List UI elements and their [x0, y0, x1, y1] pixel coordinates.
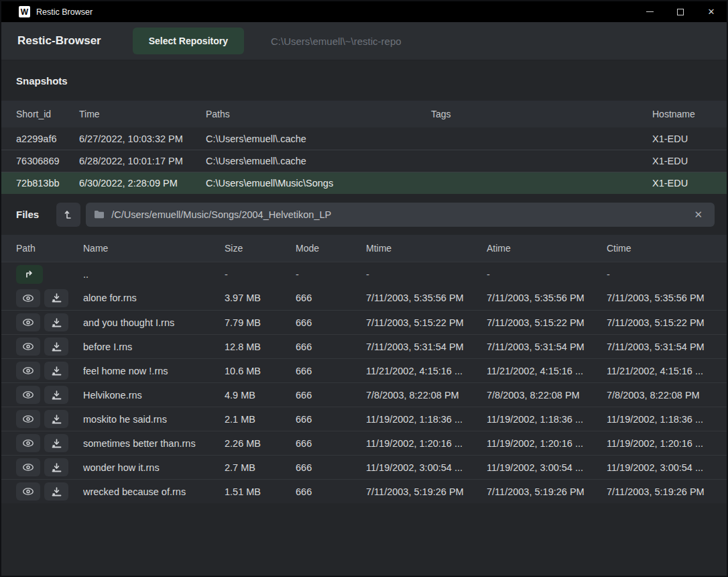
- snapshot-short-id: a2299af6: [16, 134, 79, 144]
- minimize-icon: [646, 11, 654, 12]
- view-file-button[interactable]: [16, 337, 40, 356]
- snapshot-row[interactable]: 76306869 6/28/2022, 10:01:17 PM C:\Users…: [1, 150, 727, 172]
- file-row: and you thought I.rns 7.79 MB 666 7/11/2…: [1, 310, 727, 334]
- download-file-button[interactable]: [44, 289, 68, 307]
- file-ctime: 7/11/2003, 5:19:26 PM: [607, 486, 715, 497]
- snapshot-hostname: X1-EDU: [652, 134, 715, 144]
- select-repository-button[interactable]: Select Repository: [133, 28, 244, 54]
- file-ctime: 11/19/2002, 1:20:16 ...: [607, 438, 715, 449]
- file-name: alone for.rns: [83, 293, 225, 303]
- file-row: wrecked because of.rns 1.51 MB 666 7/11/…: [1, 479, 727, 503]
- file-mode: 666: [296, 293, 366, 303]
- file-ctime: 7/11/2003, 5:31:54 PM: [607, 342, 715, 352]
- file-ctime: 7/11/2003, 5:15:22 PM: [607, 317, 715, 328]
- files-table-header: Path Name Size Mode Mtime Atime Ctime: [1, 235, 727, 262]
- snapshot-short-id: 76306869: [16, 156, 79, 166]
- download-file-button[interactable]: [44, 482, 68, 501]
- view-file-button[interactable]: [16, 482, 40, 501]
- clear-path-button[interactable]: ✕: [690, 207, 707, 222]
- snapshots-section-header: Snapshots: [1, 60, 727, 101]
- maximize-button[interactable]: [665, 1, 696, 22]
- file-mtime: 7/11/2003, 5:15:22 PM: [366, 317, 487, 328]
- file-mtime: 7/11/2003, 5:19:26 PM: [366, 486, 487, 497]
- up-arrow-with-base-icon: [63, 209, 74, 220]
- file-atime: 7/8/2003, 8:22:08 PM: [487, 390, 607, 401]
- eye-icon: [22, 439, 34, 448]
- file-mode: 666: [296, 390, 366, 401]
- close-icon: ✕: [708, 7, 715, 16]
- file-mtime: 7/11/2003, 5:31:54 PM: [366, 342, 487, 352]
- col-ctime: Ctime: [607, 243, 715, 254]
- col-short-id: Short_id: [16, 109, 79, 119]
- app-name: Restic-Browser: [17, 34, 101, 48]
- download-icon: [52, 366, 62, 376]
- empty-area: [1, 503, 727, 576]
- file-name: and you thought I.rns: [83, 317, 225, 328]
- file-atime: 7/11/2003, 5:15:22 PM: [487, 317, 607, 328]
- file-ctime: 7/11/2003, 5:35:56 PM: [607, 293, 715, 303]
- download-icon: [52, 342, 62, 352]
- file-mtime: 11/21/2002, 4:15:16 ...: [366, 366, 487, 376]
- eye-icon: [22, 487, 34, 496]
- file-row: Helvikone.rns 4.9 MB 666 7/8/2003, 8:22:…: [1, 382, 727, 407]
- file-mode: 666: [296, 342, 366, 352]
- files-path-input[interactable]: /C/Users/emuell/Music/Songs/2004_Helveti…: [86, 203, 715, 227]
- titlebar: W Restic Browser ✕: [1, 1, 727, 22]
- app-icon: W: [19, 6, 30, 17]
- go-to-parent-button[interactable]: [16, 265, 43, 284]
- file-size: 1.51 MB: [225, 486, 296, 497]
- view-file-button[interactable]: [16, 434, 40, 452]
- file-mode: 666: [296, 414, 366, 425]
- download-file-button[interactable]: [44, 410, 68, 428]
- file-row: sometimes better than.rns 2.26 MB 666 11…: [1, 431, 727, 455]
- folder-icon: [94, 209, 105, 219]
- file-mode: 666: [296, 317, 366, 328]
- download-icon: [52, 439, 62, 448]
- file-name: feel home now !.rns: [83, 366, 225, 376]
- col-path: Path: [16, 243, 83, 254]
- file-size: 4.9 MB: [225, 390, 296, 401]
- files-section-bar: Files /C/Users/emuell/Music/Songs/2004_H…: [1, 194, 727, 235]
- app-window: W Restic Browser ✕ Restic-Browser Select…: [0, 0, 728, 577]
- view-file-button[interactable]: [16, 458, 40, 476]
- file-mode: 666: [296, 366, 366, 376]
- download-file-button[interactable]: [44, 434, 68, 452]
- view-file-button[interactable]: [16, 313, 40, 331]
- eye-icon: [22, 390, 34, 399]
- download-file-button[interactable]: [44, 386, 68, 404]
- download-file-button[interactable]: [44, 458, 68, 476]
- snapshot-paths: C:\Users\emuell\Music\Songs: [206, 178, 431, 189]
- file-atime: 11/19/2002, 1:20:16 ...: [487, 438, 607, 449]
- file-mtime: 11/19/2002, 1:20:16 ...: [366, 438, 487, 449]
- file-ctime: 11/19/2002, 3:00:54 ...: [607, 462, 715, 473]
- view-file-button[interactable]: [16, 386, 40, 404]
- eye-icon: [22, 342, 34, 351]
- parent-directory-row: .. - - - - -: [1, 262, 727, 286]
- close-button[interactable]: ✕: [696, 1, 727, 22]
- file-mode: 666: [296, 462, 366, 473]
- files-tree-toggle-button[interactable]: [56, 203, 80, 227]
- file-row: moskito he said.rns 2.1 MB 666 11/19/200…: [1, 407, 727, 431]
- app-header: Restic-Browser Select Repository C:\User…: [1, 22, 727, 60]
- view-file-button[interactable]: [16, 410, 40, 428]
- minimize-button[interactable]: [634, 1, 665, 22]
- files-path-value: /C/Users/emuell/Music/Songs/2004_Helveti…: [111, 209, 690, 220]
- col-paths: Paths: [206, 109, 431, 119]
- file-name: wonder how it.rns: [83, 462, 225, 473]
- snapshot-hostname: X1-EDU: [652, 178, 715, 189]
- file-size: 2.1 MB: [225, 414, 296, 425]
- parent-row-mode: -: [296, 269, 366, 280]
- snapshot-row[interactable]: a2299af6 6/27/2022, 10:03:32 PM C:\Users…: [1, 127, 727, 150]
- download-file-button[interactable]: [44, 337, 68, 356]
- file-atime: 7/11/2003, 5:35:56 PM: [487, 293, 607, 303]
- snapshot-short-id: 72b813bb: [16, 178, 79, 189]
- file-ctime: 11/19/2002, 1:18:36 ...: [607, 414, 715, 425]
- download-file-button[interactable]: [44, 362, 68, 380]
- snapshot-row[interactable]: 72b813bb 6/30/2022, 2:28:09 PM C:\Users\…: [1, 172, 727, 194]
- files-title: Files: [16, 209, 39, 220]
- download-file-button[interactable]: [44, 313, 68, 331]
- snapshot-paths: C:\Users\emuell\.cache: [206, 134, 431, 144]
- view-file-button[interactable]: [16, 289, 40, 307]
- view-file-button[interactable]: [16, 362, 40, 380]
- col-time: Time: [79, 109, 206, 119]
